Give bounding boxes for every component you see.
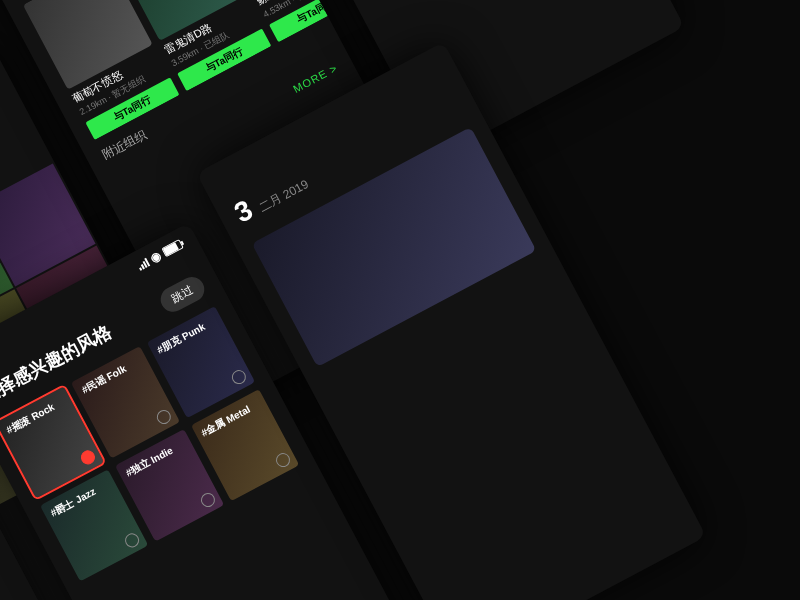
wifi-icon: ◉ <box>148 249 163 266</box>
checkbox-icon <box>79 448 98 467</box>
signal-icon <box>136 257 150 270</box>
checkbox-icon <box>229 368 248 387</box>
genre-label: #独立 Indie <box>123 444 175 481</box>
battery-icon <box>161 239 183 257</box>
calendar-month: 二月 2019 <box>256 176 312 216</box>
genre-label: #爵士 Jazz <box>48 485 98 521</box>
checkbox-icon <box>154 408 173 427</box>
genre-label: #金属 Metal <box>199 403 253 441</box>
checkbox-icon <box>274 451 293 470</box>
checkbox-icon <box>198 491 217 510</box>
calendar-day: 3 <box>229 194 258 230</box>
checkbox-icon <box>123 531 142 550</box>
